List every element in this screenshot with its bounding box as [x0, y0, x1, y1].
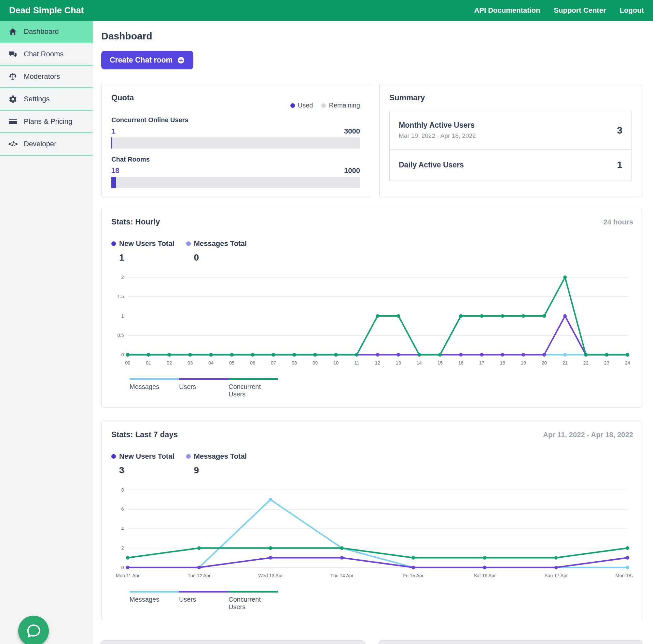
- progress-track: [111, 177, 360, 188]
- svg-text:08: 08: [292, 360, 297, 366]
- sidebar-item-dashboard[interactable]: Dashboard: [0, 21, 93, 43]
- svg-text:2: 2: [121, 545, 124, 551]
- legend-messages: Messages: [129, 591, 179, 611]
- summary-row-value: 3: [617, 125, 622, 136]
- total-new-users: New Users Total 1: [111, 239, 174, 263]
- svg-text:4: 4: [121, 526, 124, 531]
- legend-users: Users: [179, 378, 228, 398]
- svg-text:07: 07: [271, 360, 276, 366]
- sidebar-item-label: Settings: [24, 95, 50, 103]
- svg-text:15: 15: [437, 360, 443, 366]
- brand-title: Dead Simple Chat: [9, 5, 84, 16]
- svg-text:22: 22: [583, 360, 588, 366]
- quota-total-value: 1000: [344, 166, 360, 175]
- chat-widget-button[interactable]: [18, 616, 49, 644]
- page-title: Dashboard: [101, 31, 642, 42]
- scales-icon: [8, 72, 17, 81]
- svg-text:17: 17: [479, 360, 484, 366]
- summary-row-monthly-active-users: Monthly Active Users Mar 19, 2022 - Apr …: [390, 111, 631, 149]
- sidebar-item-plans-pricing[interactable]: Plans & Pricing: [0, 111, 93, 133]
- total-messages: Messages Total 0: [186, 239, 247, 263]
- svg-text:2: 2: [121, 275, 124, 280]
- svg-text:Wed 13 Apr: Wed 13 Apr: [258, 573, 283, 578]
- stats-weekly-daterange: Apr 11, 2022 - Apr 18, 2022: [543, 431, 633, 439]
- svg-text:11: 11: [354, 360, 359, 366]
- svg-text:04: 04: [208, 360, 214, 366]
- svg-text:03: 03: [188, 360, 193, 366]
- stats-weekly-card: Stats: Last 7 days Apr 11, 2022 - Apr 18…: [101, 420, 642, 620]
- legend-concurrent-users: Concurrent Users: [228, 378, 278, 398]
- new-users-dot: [111, 454, 116, 459]
- credit-card-icon: [8, 117, 17, 126]
- plus-circle-icon: [177, 56, 185, 64]
- remaining-dot: [321, 103, 326, 108]
- weekly-line-chart: 02468Mon 11 AprTue 12 AprWed 13 AprThu 1…: [111, 485, 633, 582]
- quota-card: Quota Used Remaining Concurrent Online U…: [101, 84, 370, 198]
- svg-text:Mon 18 Apr: Mon 18 Apr: [615, 573, 633, 578]
- used-label: Used: [298, 101, 313, 109]
- sidebar-item-chat-rooms[interactable]: Chat Rooms: [0, 43, 93, 66]
- quota-bar-concurrent-users: Concurrent Online Users 1 3000: [111, 116, 360, 148]
- nav-link-support-center[interactable]: Support Center: [554, 6, 606, 15]
- svg-text:23: 23: [604, 360, 609, 366]
- nav-link-logout[interactable]: Logout: [620, 6, 644, 15]
- svg-text:14: 14: [417, 360, 422, 366]
- svg-text:19: 19: [521, 360, 526, 366]
- chat-bubbles-icon: [8, 50, 17, 59]
- sidebar-item-settings[interactable]: Settings: [0, 88, 93, 111]
- total-value: 0: [194, 252, 247, 263]
- svg-text:21: 21: [562, 360, 568, 366]
- svg-text:6: 6: [121, 507, 124, 512]
- summary-list: Monthly Active Users Mar 19, 2022 - Apr …: [389, 111, 632, 181]
- svg-text:Sat 16 Apr: Sat 16 Apr: [474, 573, 496, 578]
- total-label: New Users Total: [119, 452, 174, 461]
- svg-text:02: 02: [167, 360, 172, 366]
- main-content: Dashboard Create Chat room Quota Used Re…: [93, 21, 653, 644]
- stats-weekly-title: Stats: Last 7 days: [111, 430, 178, 439]
- navbar-links: API Documentation Support Center Logout: [474, 6, 644, 15]
- quota-used-value: 18: [111, 166, 119, 175]
- svg-text:0: 0: [121, 352, 124, 357]
- summary-card: Summary Monthly Active Users Mar 19, 202…: [379, 84, 642, 198]
- sidebar-item-moderators[interactable]: Moderators: [0, 66, 93, 88]
- stats-hourly-card: Stats: Hourly 24 hours New Users Total 1…: [101, 208, 642, 408]
- legend-messages: Messages: [129, 378, 179, 398]
- chat-bubble-icon: [25, 622, 42, 640]
- svg-text:20: 20: [542, 360, 547, 366]
- progress-fill: [111, 137, 112, 148]
- svg-text:12: 12: [375, 360, 380, 366]
- create-chat-room-button[interactable]: Create Chat room: [101, 51, 193, 69]
- svg-text:00: 00: [125, 360, 130, 366]
- total-messages: Messages Total 9: [186, 452, 247, 476]
- svg-text:0: 0: [121, 565, 124, 570]
- total-value: 1: [119, 252, 174, 263]
- summary-row-daily-active-users: Daily Active Users 1: [390, 149, 631, 180]
- messages-total-dot: [186, 454, 191, 459]
- svg-text:8: 8: [121, 487, 124, 492]
- sidebar-item-developer[interactable]: </> Developer: [0, 133, 93, 156]
- svg-text:1.5: 1.5: [118, 294, 124, 299]
- nav-link-api-documentation[interactable]: API Documentation: [474, 6, 540, 15]
- sidebar-item-label: Dashboard: [24, 27, 59, 36]
- total-value: 9: [194, 465, 247, 476]
- summary-title: Summary: [389, 93, 632, 102]
- progress-track: [111, 137, 360, 148]
- remaining-label: Remaining: [329, 101, 360, 109]
- quota-bar-label: Chat Rooms: [111, 156, 360, 163]
- legend-concurrent-users: Concurrent Users: [228, 591, 278, 611]
- sidebar-item-label: Moderators: [24, 72, 60, 81]
- total-new-users: New Users Total 3: [111, 452, 174, 476]
- sidebar-item-label: Plans & Pricing: [24, 117, 72, 126]
- svg-text:Fri 15 Apr: Fri 15 Apr: [403, 573, 424, 578]
- stats-hourly-title: Stats: Hourly: [111, 217, 160, 226]
- svg-text:01: 01: [146, 360, 151, 366]
- svg-text:13: 13: [396, 360, 401, 366]
- hourly-series-legend: Messages Users Concurrent Users: [129, 378, 633, 398]
- messages-total-dot: [186, 242, 191, 246]
- code-icon: </>: [8, 140, 17, 148]
- new-users-dot: [111, 242, 116, 246]
- total-label: Messages Total: [194, 452, 247, 461]
- hourly-chart-svg: 00.511.520001020304050607080910111213141…: [111, 272, 633, 370]
- used-dot: [290, 103, 295, 108]
- svg-text:09: 09: [313, 360, 318, 366]
